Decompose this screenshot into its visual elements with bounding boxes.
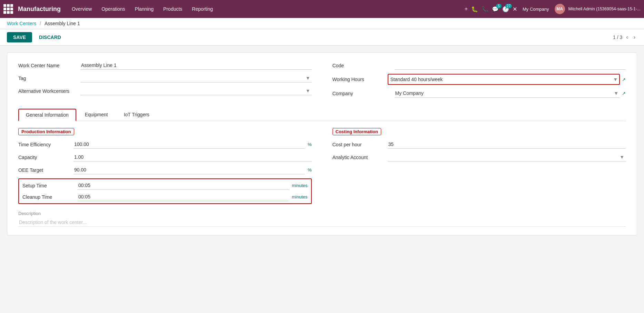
oee-target-label: OEE Target — [18, 167, 73, 173]
company-external-link-icon[interactable]: ↗ — [622, 91, 626, 96]
cost-per-hour-row: Cost per hour — [333, 140, 626, 149]
alternative-select-wrap: ▼ — [80, 87, 312, 95]
analytic-account-label: Analytic Account — [333, 155, 388, 160]
working-hours-label: Working Hours — [333, 77, 388, 82]
app-brand: Manufacturing — [18, 6, 61, 13]
breadcrumb-current: Assembly Line 1 — [44, 21, 80, 26]
description-label: Description — [18, 211, 626, 216]
company-select[interactable]: My Company — [395, 89, 620, 97]
capacity-row: Capacity — [18, 153, 312, 162]
clock-badge: 27 — [505, 4, 512, 8]
alternative-row: Alternative Workcenters ▼ — [18, 87, 312, 95]
analytic-account-select[interactable] — [388, 153, 626, 161]
pager-next[interactable]: › — [632, 33, 637, 41]
setup-time-label: Setup Time — [22, 183, 78, 188]
oee-target-unit: % — [308, 167, 312, 173]
setup-time-unit: minutes — [292, 183, 308, 188]
topnav-icons: + 🐛 📞 💬 5 🕐 27 ✕ My Company MA Mitchell … — [465, 4, 641, 14]
company-label: My Company — [523, 7, 549, 12]
tab-iot-triggers[interactable]: IoT Triggers — [117, 109, 157, 121]
plus-icon[interactable]: + — [465, 6, 468, 12]
breadcrumb: Work Centers / Assembly Line 1 — [0, 18, 644, 29]
capacity-input[interactable] — [73, 153, 312, 162]
chat-badge: 5 — [496, 4, 502, 8]
wrench-icon[interactable]: ✕ — [513, 6, 517, 12]
avatar[interactable]: MA — [555, 4, 565, 14]
alternative-select[interactable] — [80, 87, 312, 95]
time-efficiency-row: Time Efficiency % — [18, 140, 312, 149]
nav-products[interactable]: Products — [159, 4, 186, 14]
working-hours-row: Working Hours Standard 40 hours/week ▼ ↗ — [333, 74, 626, 85]
user-label: Mitchell Admin (15369054-saas-15-1-... — [568, 7, 641, 11]
costing-header: Costing Information — [333, 128, 382, 135]
working-hours-select-wrap: Standard 40 hours/week ▼ — [388, 74, 620, 85]
analytic-account-row: Analytic Account ▼ — [333, 153, 626, 162]
nav-operations[interactable]: Operations — [97, 4, 129, 14]
capacity-label: Capacity — [18, 155, 73, 160]
bug-icon[interactable]: 🐛 — [471, 6, 478, 12]
work-center-name-label: Work Center Name — [18, 63, 80, 68]
action-bar: SAVE DISCARD 1 / 3 ‹ › — [0, 29, 644, 46]
cleanup-time-unit: minutes — [292, 194, 308, 199]
cleanup-time-row: Cleanup Time minutes — [22, 193, 308, 201]
form-left: Work Center Name Tag ▼ Alternative Workc… — [18, 61, 312, 102]
info-columns: Production Information Time Efficiency %… — [18, 128, 626, 204]
tab-general-information[interactable]: General Information — [18, 109, 76, 121]
work-center-name-input[interactable] — [80, 61, 312, 70]
cleanup-time-label: Cleanup Time — [22, 194, 78, 200]
company-label: Company — [333, 91, 395, 96]
discard-button[interactable]: DISCARD — [35, 32, 65, 42]
code-input[interactable] — [395, 61, 626, 70]
top-navigation: Manufacturing Overview Operations Planni… — [0, 0, 644, 18]
nav-planning[interactable]: Planning — [131, 4, 158, 14]
production-col: Production Information Time Efficiency %… — [18, 128, 312, 204]
code-label: Code — [333, 63, 395, 68]
company-select-wrap: My Company ▼ — [395, 89, 620, 98]
pager-prev[interactable]: ‹ — [624, 33, 630, 41]
description-placeholder[interactable]: Description of the work center... — [18, 218, 626, 227]
time-efficiency-input[interactable] — [73, 140, 305, 149]
setup-time-row: Setup Time minutes — [22, 181, 308, 190]
costing-col: Costing Information Cost per hour Analyt… — [333, 128, 626, 204]
working-hours-select[interactable]: Standard 40 hours/week — [390, 75, 618, 84]
breadcrumb-separator: / — [40, 21, 41, 26]
tag-select[interactable] — [80, 74, 312, 82]
nav-overview[interactable]: Overview — [68, 4, 96, 14]
tag-row: Tag ▼ — [18, 74, 312, 82]
breadcrumb-parent[interactable]: Work Centers — [7, 21, 36, 26]
description-section: Description Description of the work cent… — [18, 211, 626, 227]
setup-cleanup-box: Setup Time minutes Cleanup Time minutes — [18, 178, 312, 204]
tab-equipment[interactable]: Equipment — [78, 109, 115, 121]
setup-time-input[interactable] — [78, 181, 289, 190]
main-content: Work Center Name Tag ▼ Alternative Workc… — [0, 46, 644, 242]
company-row: Company My Company ▼ ↗ — [333, 89, 626, 98]
chat-icon[interactable]: 💬 5 — [492, 6, 499, 12]
nav-reporting[interactable]: Reporting — [188, 4, 217, 14]
cost-per-hour-label: Cost per hour — [333, 142, 388, 147]
save-button[interactable]: SAVE — [7, 32, 32, 42]
tag-select-wrap: ▼ — [80, 74, 312, 82]
pager-text: 1 / 3 — [613, 35, 622, 40]
code-row: Code — [333, 61, 626, 70]
tag-label: Tag — [18, 76, 80, 81]
app-grid-icon[interactable] — [3, 4, 13, 14]
cost-per-hour-input[interactable] — [388, 140, 626, 149]
form-right: Code Working Hours Standard 40 hours/wee… — [333, 61, 626, 102]
form-section-top: Work Center Name Tag ▼ Alternative Workc… — [18, 61, 626, 102]
form-card: Work Center Name Tag ▼ Alternative Workc… — [7, 52, 637, 235]
analytic-account-select-wrap: ▼ — [388, 153, 626, 162]
clock-icon[interactable]: 🕐 27 — [502, 6, 509, 12]
work-center-name-row: Work Center Name — [18, 61, 312, 70]
working-hours-external-link-icon[interactable]: ↗ — [622, 77, 626, 82]
oee-target-input[interactable] — [73, 166, 305, 174]
production-header: Production Information — [18, 128, 74, 135]
pager: 1 / 3 ‹ › — [613, 33, 637, 41]
phone-icon[interactable]: 📞 — [482, 6, 488, 12]
tabs-row: General Information Equipment IoT Trigge… — [18, 109, 626, 121]
oee-target-row: OEE Target % — [18, 166, 312, 174]
cleanup-time-input[interactable] — [78, 193, 289, 201]
time-efficiency-unit: % — [308, 142, 312, 147]
alternative-label: Alternative Workcenters — [18, 88, 80, 94]
time-efficiency-label: Time Efficiency — [18, 142, 73, 147]
